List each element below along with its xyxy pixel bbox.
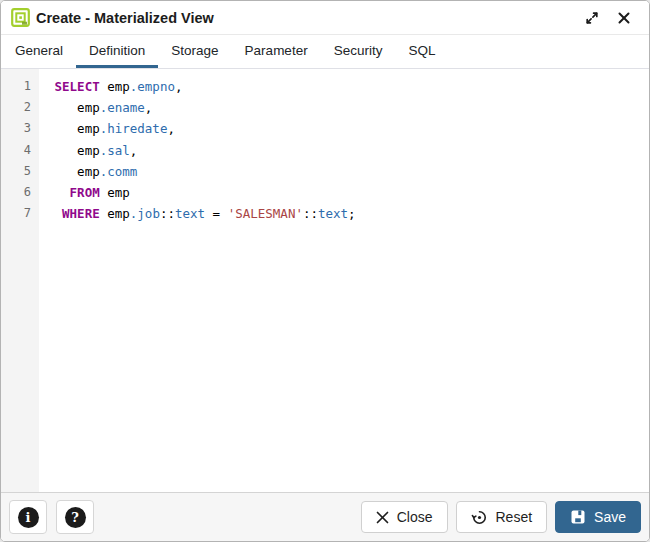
code-line: emp.hiredate, bbox=[47, 118, 649, 139]
expand-icon bbox=[584, 10, 600, 26]
tab-parameter[interactable]: Parameter bbox=[232, 35, 321, 68]
line-number: 7 bbox=[1, 203, 31, 224]
reset-button-label: Reset bbox=[496, 509, 533, 525]
code-line: SELECT emp.empno, bbox=[47, 76, 649, 97]
code-line: WHERE emp.job::text = 'SALESMAN'::text; bbox=[47, 203, 649, 224]
line-number: 6 bbox=[1, 182, 31, 203]
reset-button[interactable]: Reset bbox=[456, 501, 548, 533]
dialog-help-button[interactable]: ? bbox=[56, 500, 94, 534]
reset-icon bbox=[471, 509, 488, 526]
code-line: emp.sal, bbox=[47, 140, 649, 161]
tab-general[interactable]: General bbox=[2, 35, 76, 68]
save-button[interactable]: Save bbox=[555, 501, 641, 533]
close-icon bbox=[617, 11, 631, 25]
maximize-button[interactable] bbox=[579, 5, 605, 31]
sql-editor[interactable]: 1234567 SELECT emp.empno, emp.ename, emp… bbox=[1, 69, 649, 492]
editor-code-area[interactable]: SELECT emp.empno, emp.ename, emp.hiredat… bbox=[39, 69, 649, 492]
dialog-title: Create - Materialized View bbox=[36, 10, 214, 26]
code-line: emp.ename, bbox=[47, 97, 649, 118]
tab-sql[interactable]: SQL bbox=[395, 35, 448, 68]
code-line: emp.comm bbox=[47, 161, 649, 182]
tab-definition[interactable]: Definition bbox=[76, 35, 158, 68]
line-number: 2 bbox=[1, 97, 31, 118]
dialog-footer: i ? Close bbox=[1, 492, 649, 541]
tab-bar: GeneralDefinitionStorageParameterSecurit… bbox=[1, 35, 649, 69]
sql-help-button[interactable]: i bbox=[9, 500, 47, 534]
create-materialized-view-dialog: Create - Materialized View GeneralDefini… bbox=[0, 0, 650, 542]
line-number: 4 bbox=[1, 140, 31, 161]
question-icon: ? bbox=[65, 507, 86, 528]
line-number: 5 bbox=[1, 161, 31, 182]
tab-security[interactable]: Security bbox=[321, 35, 396, 68]
dialog-titlebar[interactable]: Create - Materialized View bbox=[1, 1, 649, 35]
close-x-icon bbox=[376, 511, 389, 524]
close-dialog-button[interactable] bbox=[611, 5, 637, 31]
save-floppy-icon bbox=[570, 509, 586, 525]
line-number: 1 bbox=[1, 76, 31, 97]
code-line: FROM emp bbox=[47, 182, 649, 203]
tab-storage[interactable]: Storage bbox=[158, 35, 231, 68]
save-button-label: Save bbox=[594, 509, 626, 525]
editor-gutter: 1234567 bbox=[1, 69, 39, 492]
line-number: 3 bbox=[1, 118, 31, 139]
info-icon: i bbox=[18, 507, 39, 528]
close-button[interactable]: Close bbox=[361, 501, 448, 533]
materialized-view-icon bbox=[11, 8, 30, 27]
close-button-label: Close bbox=[397, 509, 433, 525]
